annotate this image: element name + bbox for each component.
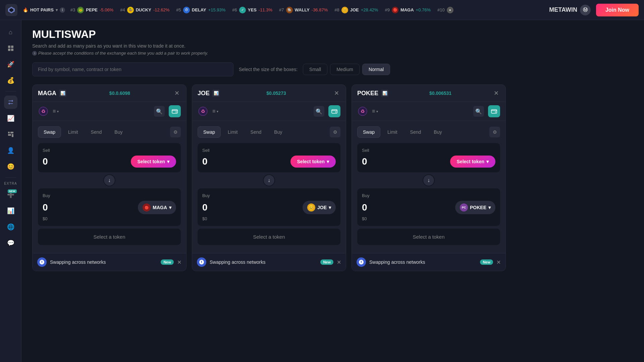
tab-swap-pokee[interactable]: Swap: [357, 126, 380, 138]
search-input[interactable]: [32, 62, 233, 76]
select-a-token-pokee[interactable]: Select a token: [357, 229, 500, 245]
buy-token-joe[interactable]: 😊 JOE ▾: [303, 201, 336, 214]
notif-close-pokee[interactable]: ✕: [496, 259, 501, 265]
toolbar: Select the size of the boxes: Small Medi…: [32, 62, 633, 76]
swap-tabs-joe: Swap Limit Send Buy ⚙: [198, 126, 340, 138]
buy-amount-joe[interactable]: 0: [202, 202, 299, 213]
page-title: MULTISWAP: [32, 28, 633, 41]
maga-search-button[interactable]: 🔍: [154, 106, 165, 117]
swap-arrow-button-pokee[interactable]: ↓: [423, 174, 435, 186]
pair-item-ducky[interactable]: #4 🦆 DUCKY -12.62%: [120, 7, 169, 13]
maga-action-icon[interactable]: ♻: [38, 106, 49, 117]
pair-change: +15.93%: [208, 7, 226, 12]
swap-form-joe: Swap Limit Send Buy ⚙ Sell 0 Select toke…: [192, 121, 346, 250]
sidebar-item-add-new[interactable]: NEW ➕: [4, 188, 17, 201]
sidebar-item-chart[interactable]: 📈: [4, 112, 17, 125]
sidebar-item-swap[interactable]: [4, 96, 17, 109]
buy-group-maga: Buy 0 🔴 MAGA ▾ $0: [38, 188, 181, 226]
maga-settings-button[interactable]: ⚙: [170, 127, 181, 137]
pokee-action-icon[interactable]: ♻: [357, 106, 368, 117]
sidebar-item-wallet[interactable]: 💰: [4, 74, 17, 87]
sidebar-item-global[interactable]: 🌐: [4, 220, 17, 234]
maga-wallet-button[interactable]: [169, 105, 181, 117]
info-icon[interactable]: ℹ: [60, 7, 65, 13]
sidebar-item-chat[interactable]: 💬: [4, 236, 17, 250]
joe-menu-button[interactable]: ≡ ▾: [212, 108, 218, 114]
pokee-wallet-button[interactable]: [488, 105, 500, 117]
sidebar-item-emoji[interactable]: 😊: [4, 160, 17, 173]
maga-token-icon: 🔴: [143, 203, 151, 212]
pokee-settings-button[interactable]: ⚙: [489, 127, 500, 137]
tab-send-maga[interactable]: Send: [85, 126, 108, 138]
tab-limit-joe[interactable]: Limit: [222, 126, 244, 138]
maga-close-button[interactable]: ✕: [173, 89, 181, 97]
sell-amount-maga[interactable]: 0: [43, 156, 127, 167]
svg-rect-4: [8, 49, 10, 51]
sidebar-item-dashboard[interactable]: [4, 42, 17, 55]
buy-token-maga[interactable]: 🔴 MAGA ▾: [138, 201, 176, 214]
metawin-logo: METAWIN Ⓜ: [549, 5, 591, 15]
tab-limit-pokee[interactable]: Limit: [382, 126, 403, 138]
select-a-token-maga[interactable]: Select a token: [38, 229, 181, 245]
pair-item-maga[interactable]: #9 🔴 MAGA +0.76%: [385, 7, 431, 13]
tab-buy-joe[interactable]: Buy: [268, 126, 288, 138]
joe-chart-icon[interactable]: 📊: [212, 89, 220, 97]
pair-item-delay[interactable]: #5 ⏱ DELAY +15.93%: [176, 7, 225, 13]
size-small-button[interactable]: Small: [303, 64, 327, 75]
pokee-close-button[interactable]: ✕: [492, 89, 500, 97]
joe-wallet-button[interactable]: [328, 105, 340, 117]
sell-select-token-maga[interactable]: Select token ▾: [131, 156, 176, 168]
sell-select-token-pokee[interactable]: Select token ▾: [450, 156, 495, 168]
svg-text:♻: ♻: [361, 109, 365, 114]
size-medium-button[interactable]: Medium: [330, 64, 360, 75]
sell-label-maga: Sell: [43, 148, 176, 153]
swap-arrow-button-maga[interactable]: ↓: [103, 174, 115, 186]
sidebar-item-stats[interactable]: 📊: [4, 204, 17, 218]
tab-limit-maga[interactable]: Limit: [62, 126, 84, 138]
sidebar-item-profile[interactable]: 👤: [4, 144, 17, 157]
pair-name: DELAY: [192, 7, 206, 12]
pair-item-10[interactable]: #10 ●: [437, 7, 453, 13]
tab-swap-maga[interactable]: Swap: [38, 126, 61, 138]
notif-close-joe[interactable]: ✕: [337, 259, 341, 265]
buy-amount-maga[interactable]: 0: [43, 202, 134, 213]
notification-maga: Swapping across networks New ✕: [33, 253, 186, 271]
join-now-button[interactable]: Join Now: [596, 4, 639, 16]
pairs-ticker: #3 🐸 PEPE -5.06% #4 🦆 DUCKY -12.62% #5 ⏱…: [70, 7, 544, 13]
pokee-chart-icon[interactable]: 📊: [381, 89, 388, 97]
pair-item-wally[interactable]: #7 🐘 WALLY -36.87%: [279, 7, 328, 13]
pokee-search-button[interactable]: 🔍: [473, 106, 484, 117]
pokee-menu-button[interactable]: ≡ ▾: [372, 108, 378, 114]
notif-close-maga[interactable]: ✕: [177, 259, 181, 265]
tab-buy-maga[interactable]: Buy: [109, 126, 128, 138]
tab-buy-pokee[interactable]: Buy: [428, 126, 447, 138]
buy-token-pokee[interactable]: PC POKEE ▾: [455, 201, 495, 214]
svg-rect-12: [172, 110, 177, 113]
pair-item-pepe[interactable]: #3 🐸 PEPE -5.06%: [70, 7, 113, 13]
sidebar-item-home[interactable]: ⌂: [4, 25, 17, 39]
joe-close-button[interactable]: ✕: [333, 89, 340, 97]
notif-new-badge-maga: New: [161, 259, 174, 265]
sidebar-item-widgets[interactable]: [4, 128, 17, 141]
swap-card-pokee: POKEE 📊 $0.006531 ✕ ♻ ≡ ▾ 🔍: [352, 84, 506, 271]
joe-settings-button[interactable]: ⚙: [330, 127, 340, 137]
pair-item-joe[interactable]: #8 😊 JOE +28.42%: [334, 7, 378, 13]
tab-send-pokee[interactable]: Send: [405, 126, 427, 138]
joe-search-button[interactable]: 🔍: [314, 106, 324, 117]
size-normal-button[interactable]: Normal: [362, 64, 390, 75]
swap-card-maga: MAGA 📊 $0.0.6098 ✕ ♻ ≡ ▾ 🔍: [32, 84, 186, 271]
swap-arrow-button-joe[interactable]: ↓: [263, 174, 275, 186]
sell-amount-pokee[interactable]: 0: [362, 156, 446, 167]
tab-swap-joe[interactable]: Swap: [198, 126, 221, 138]
maga-chart-icon[interactable]: 📊: [59, 89, 66, 97]
pair-item-yes[interactable]: #6 ✓ YES -11.3%: [232, 7, 272, 13]
sell-select-token-joe[interactable]: Select token ▾: [290, 156, 336, 168]
sidebar-item-launch[interactable]: 🚀: [4, 58, 17, 71]
maga-menu-button[interactable]: ≡ ▾: [53, 108, 59, 114]
buy-amount-pokee[interactable]: 0: [362, 202, 451, 213]
hot-pairs-label[interactable]: 🔥 HOT PAIRS ▾ ℹ: [23, 7, 65, 13]
tab-send-joe[interactable]: Send: [245, 126, 267, 138]
sell-amount-joe[interactable]: 0: [202, 156, 286, 167]
select-a-token-joe[interactable]: Select a token: [198, 229, 340, 245]
joe-action-icon[interactable]: ♻: [198, 106, 208, 117]
